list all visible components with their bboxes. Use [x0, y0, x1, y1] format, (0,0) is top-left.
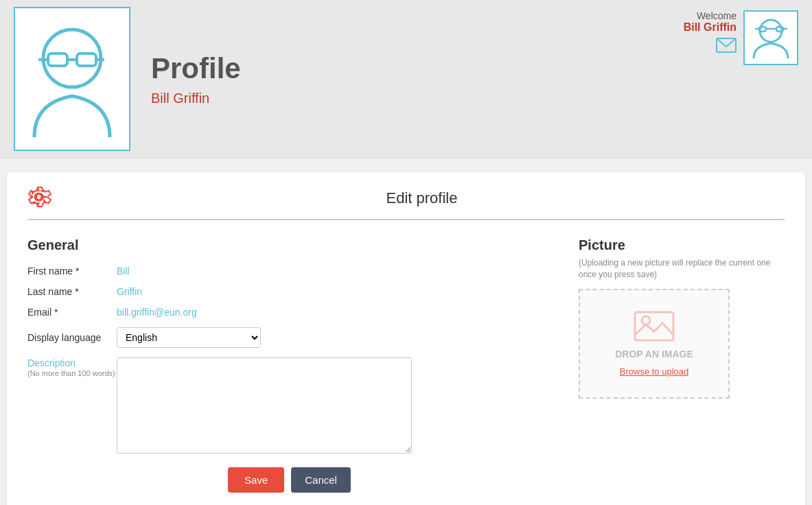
- header-username: Bill Griffin: [151, 91, 241, 106]
- first-name-value: Bill: [117, 266, 130, 277]
- picture-title: Picture: [579, 237, 785, 253]
- email-row: Email * bill.griffin@eun.org: [27, 307, 551, 318]
- display-language-select[interactable]: English French Spanish German Italian: [117, 327, 261, 348]
- form-general: General First name * Bill Last name * Gr…: [27, 237, 551, 493]
- last-name-row: Last name * Griffin: [27, 286, 551, 297]
- first-name-label: First name *: [27, 266, 117, 277]
- cancel-button[interactable]: Cancel: [291, 467, 351, 493]
- description-row: Description (No more than 100 words): [27, 357, 551, 454]
- edit-profile-title: Edit profile: [59, 189, 785, 207]
- main-content: Edit profile General First name * Bill L…: [7, 172, 805, 505]
- svg-rect-2: [77, 54, 96, 66]
- display-language-row: Display language English French Spanish …: [27, 327, 551, 348]
- welcome-text: Welcome: [684, 10, 736, 21]
- picture-hint: (Uploading a new picture will replace th…: [579, 257, 785, 281]
- description-label: Description: [27, 357, 117, 368]
- first-name-row: First name * Bill: [27, 266, 551, 277]
- gear-icon: [27, 186, 52, 211]
- email-value: bill.griffin@eun.org: [117, 307, 197, 318]
- mail-icon: [716, 38, 736, 53]
- save-button[interactable]: Save: [228, 467, 284, 493]
- display-language-label: Display language: [27, 332, 117, 343]
- avatar-large: [14, 7, 130, 151]
- description-label-block: Description (No more than 100 words): [27, 357, 117, 378]
- image-icon: [634, 311, 675, 344]
- email-label: Email *: [27, 307, 117, 318]
- form-layout: General First name * Bill Last name * Gr…: [27, 237, 785, 493]
- page-title: Profile: [151, 52, 241, 85]
- header-info: Profile Bill Griffin: [151, 52, 241, 106]
- description-hint: (No more than 100 words): [27, 368, 117, 378]
- description-textarea[interactable]: [117, 357, 412, 454]
- avatar-small: [743, 10, 798, 65]
- drop-zone-text: DROP AN IMAGE: [615, 349, 693, 360]
- mail-icon-container[interactable]: [684, 38, 736, 53]
- svg-rect-15: [635, 312, 673, 340]
- welcome-name: Bill Griffin: [684, 21, 736, 34]
- last-name-label: Last name *: [27, 286, 117, 297]
- general-title: General: [27, 237, 551, 253]
- form-actions: Save Cancel: [27, 467, 551, 493]
- browse-button[interactable]: Browse to upload: [620, 366, 688, 377]
- page-header: Profile Bill Griffin Welcome Bill Griffi…: [0, 0, 812, 158]
- last-name-value: Griffin: [117, 286, 142, 297]
- edit-profile-header: Edit profile: [27, 186, 785, 220]
- drop-zone[interactable]: DROP AN IMAGE Browse to upload: [579, 289, 730, 399]
- svg-rect-1: [48, 54, 67, 66]
- form-picture: Picture (Uploading a new picture will re…: [579, 237, 785, 493]
- welcome-block: Welcome Bill Griffin: [684, 10, 736, 53]
- header-right: Welcome Bill Griffin: [684, 10, 798, 65]
